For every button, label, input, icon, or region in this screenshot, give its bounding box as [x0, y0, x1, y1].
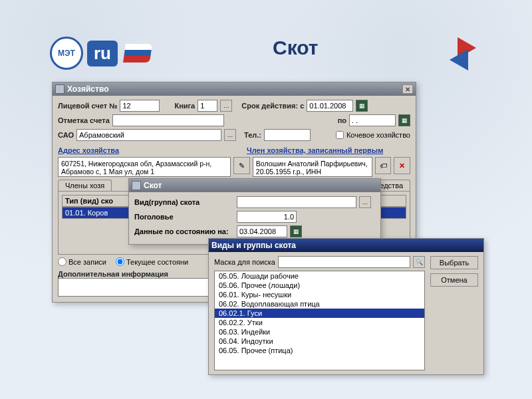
list-item[interactable]: 06.02.1. Гуси: [215, 309, 424, 318]
label-tel: Тел.:: [244, 131, 261, 139]
valid-from-input[interactable]: [307, 100, 353, 112]
window-body: Маска для поиска 🔍 05.05. Лошади рабочие…: [209, 252, 483, 374]
label-nomadic: Кочевое хозяйство: [346, 131, 410, 139]
tab-members[interactable]: Члены хозя: [58, 180, 112, 191]
titlebar-hozyaistvo[interactable]: Хозяйство ✕: [53, 82, 416, 96]
address-box[interactable]: 607251, Нижегородская обл, Арзамасский р…: [58, 157, 231, 177]
app-icon: [132, 181, 141, 190]
radio-current-state[interactable]: Текущее состояни: [116, 257, 188, 266]
window-title: Скот: [144, 181, 162, 190]
calendar-from-button[interactable]: ▦: [356, 100, 368, 112]
label-account-mark: Отметка счета: [58, 116, 110, 124]
search-mask-input[interactable]: [278, 256, 410, 268]
select-button[interactable]: Выбрать: [430, 256, 478, 269]
titlebar-skot[interactable]: Скот: [129, 179, 380, 192]
member-tag-button[interactable]: 🏷: [375, 157, 392, 174]
label-as-of: Данные по состоянию на:: [134, 227, 234, 235]
list-item[interactable]: 06.03. Индейки: [215, 327, 424, 336]
logo-ru-text: ru: [87, 41, 118, 66]
list-item[interactable]: 06.02. Водоплавающая птица: [215, 299, 424, 309]
label-group: Вид(группа) скота: [134, 198, 234, 206]
list-item[interactable]: 06.01. Куры- несушки: [215, 290, 424, 299]
label-valid-from: Срок действия: с: [241, 102, 304, 110]
flag-icon: [123, 44, 152, 63]
label-address-section: Адрес хозяйства: [58, 146, 244, 154]
calendar-asof-button[interactable]: ▦: [290, 225, 302, 237]
as-of-input[interactable]: [237, 225, 287, 237]
tel-input[interactable]: [264, 129, 311, 141]
window-title: Виды и группы скота: [211, 241, 296, 250]
list-item[interactable]: 05.05. Лошади рабочие: [215, 271, 424, 281]
header: МЭТ ru Скот: [0, 13, 532, 73]
logo: МЭТ ru: [50, 37, 151, 70]
personal-account-input[interactable]: [120, 100, 160, 112]
app-icon: [55, 84, 65, 94]
book-browse-button[interactable]: …: [220, 100, 232, 112]
label-personal-account: Лицевой счет №: [58, 102, 117, 110]
address-edit-button[interactable]: ✎: [233, 157, 250, 174]
window-body: Вид(группа) скота … Поголовье Данные по …: [129, 192, 380, 244]
member-delete-button[interactable]: ✕: [394, 157, 410, 174]
list-item[interactable]: 05.06. Прочее (лошади): [215, 281, 424, 290]
sao-browse-button[interactable]: …: [224, 129, 236, 141]
nav-arrows-icon: [446, 33, 492, 73]
page-title: Скот: [273, 37, 319, 59]
label-member-section: Член хозяйства, записанный первым: [247, 146, 383, 154]
sao-input[interactable]: [76, 129, 221, 141]
window-species: Виды и группы скота Маска для поиска 🔍 0…: [208, 238, 484, 375]
label-headcount: Поголовье: [134, 213, 234, 221]
valid-to-input[interactable]: [349, 114, 396, 126]
logo-seal-icon: МЭТ: [50, 37, 83, 70]
close-button[interactable]: ✕: [402, 84, 413, 94]
list-item[interactable]: 06.05. Прочее (птица): [215, 346, 424, 355]
group-input[interactable]: [237, 196, 356, 208]
group-browse-button[interactable]: …: [359, 196, 371, 208]
label-sao: САО: [58, 131, 74, 139]
window-title: Хозяйство: [67, 84, 108, 94]
label-valid-to: по: [338, 116, 346, 124]
label-book: Книга: [174, 102, 195, 110]
radio-all-records[interactable]: Все записи: [58, 257, 106, 266]
titlebar-species[interactable]: Виды и группы скота: [209, 239, 483, 252]
calendar-to-button[interactable]: ▦: [398, 114, 410, 126]
nomadic-checkbox[interactable]: [336, 131, 344, 139]
list-item[interactable]: 06.04. Индоутки: [215, 336, 424, 346]
search-button[interactable]: 🔍: [413, 256, 425, 268]
account-mark-input[interactable]: [112, 114, 224, 126]
species-listbox[interactable]: 05.05. Лошади рабочие05.06. Прочее (лоша…: [214, 271, 425, 370]
cancel-button[interactable]: Отмена: [430, 273, 478, 287]
label-search-mask: Маска для поиска: [214, 258, 275, 266]
headcount-input[interactable]: [237, 211, 297, 223]
list-item[interactable]: 06.02.2. Утки: [215, 318, 424, 327]
book-input[interactable]: [198, 100, 217, 112]
window-skot: Скот Вид(группа) скота … Поголовье Данны…: [128, 178, 381, 245]
member-box[interactable]: Волошин Анатолий Парфирьевич, 20.05.1955…: [253, 157, 372, 177]
